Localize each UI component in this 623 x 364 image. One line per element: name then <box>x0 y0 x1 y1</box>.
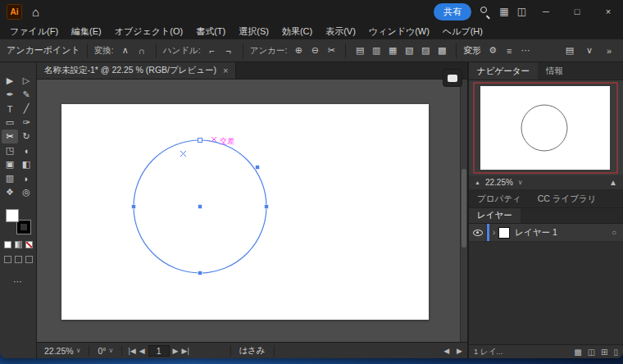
options-more-icon[interactable]: ⋯ <box>518 43 533 58</box>
home-icon[interactable]: ⌂ <box>32 6 39 18</box>
anchor-point-upper-right[interactable] <box>256 166 260 170</box>
menu-help[interactable]: ヘルプ(H) <box>436 25 489 38</box>
delete-layer-icon[interactable]: ▯ <box>613 348 618 357</box>
selected-path-overlay[interactable]: 交差 <box>37 80 467 342</box>
eyedropper-tool[interactable]: ◗ <box>18 171 34 185</box>
selection-tool[interactable]: ▶ <box>2 74 18 88</box>
anchor-point-top[interactable] <box>198 139 202 143</box>
close-button[interactable]: × <box>597 7 620 16</box>
zoom-in-icon[interactable]: ▲ <box>609 178 617 187</box>
add-anchor-icon[interactable]: ⊕ <box>291 43 306 58</box>
navigator-panel[interactable] <box>469 80 623 175</box>
shape-builder-tool[interactable]: ◧ <box>18 157 34 171</box>
zoom-out-icon[interactable]: ▲ <box>475 180 480 185</box>
curvature-tool[interactable]: ✎ <box>18 88 34 102</box>
edit-toolbar-icon[interactable]: ⋯ <box>13 276 23 287</box>
maximize-button[interactable]: □ <box>566 7 589 16</box>
options-menu-icon[interactable]: ≡ <box>502 43 516 58</box>
panel-list-icon[interactable]: ▤ <box>562 43 577 58</box>
search-icon[interactable] <box>480 6 491 17</box>
transform-label[interactable]: 変形 <box>463 44 481 57</box>
next-artboard-button[interactable]: ▶ <box>173 347 179 355</box>
overflow-chevrons-icon[interactable]: » <box>602 43 616 58</box>
anchor-point-right[interactable] <box>265 205 269 209</box>
scroll-right-icon[interactable]: ▶ <box>457 347 462 355</box>
layer-row[interactable]: › レイヤー 1 ○ <box>469 224 623 242</box>
menu-window[interactable]: ウィンドウ(W) <box>362 25 436 38</box>
align-right-icon[interactable]: ▦ <box>385 43 400 58</box>
anchor-point-left[interactable] <box>132 205 136 209</box>
handles-hide-icon[interactable]: ¬ <box>221 43 236 58</box>
rectangle-tool[interactable]: ▭ <box>2 116 18 130</box>
tab-properties[interactable]: プロパティ <box>469 190 530 207</box>
draw-behind-button[interactable] <box>15 256 22 263</box>
text-tool[interactable]: T <box>2 102 18 116</box>
new-layer-icon[interactable]: ⊞ <box>601 348 607 357</box>
tab-cc-libraries[interactable]: CC ライブラリ <box>530 190 605 207</box>
expand-chevron-icon[interactable]: › <box>489 228 498 237</box>
handles-show-icon[interactable]: ⌐ <box>205 43 220 58</box>
scissors-tool[interactable]: ✂ <box>2 130 18 143</box>
color-button[interactable] <box>4 241 11 248</box>
visibility-cell[interactable] <box>469 224 487 241</box>
prev-artboard-button[interactable]: ◀ <box>139 347 145 355</box>
last-artboard-button[interactable]: ▶| <box>182 347 189 355</box>
hand-tool[interactable]: ❖ <box>2 185 18 199</box>
artboard-number-field[interactable]: 1 <box>148 345 170 357</box>
share-button[interactable]: 共有 <box>434 3 471 20</box>
tab-navigator[interactable]: ナビゲーター <box>469 62 538 80</box>
panel-caret-icon[interactable]: ∨ <box>582 43 597 58</box>
pen-tool[interactable]: ✒ <box>2 88 18 102</box>
vertical-scrollbar[interactable] <box>460 80 467 342</box>
menu-effect[interactable]: 効果(C) <box>275 25 319 38</box>
zoom-select[interactable]: 22.25% ∨ <box>42 346 83 356</box>
workspace-switcher-icon[interactable]: ▦ <box>499 6 508 17</box>
first-artboard-button[interactable]: |◀ <box>128 347 135 355</box>
document-tab[interactable]: 名称未設定-1* @ 22.25 % (RGB/プレビュー) × <box>37 62 236 79</box>
new-sublayer-icon[interactable]: ◫ <box>588 348 595 357</box>
direct-selection-tool[interactable]: ▷ <box>18 74 34 88</box>
fill-swatch[interactable] <box>6 209 19 222</box>
align-middle-icon[interactable]: ▨ <box>418 43 433 58</box>
line-segment-tool[interactable]: ╱ <box>18 102 34 116</box>
options-gear-icon[interactable]: ⚙ <box>485 43 500 58</box>
scale-tool[interactable]: ◳ <box>2 143 18 157</box>
stroke-swatch[interactable] <box>17 221 30 234</box>
align-center-icon[interactable]: ▥ <box>369 43 384 58</box>
scroll-left-icon[interactable]: ◀ <box>443 347 449 355</box>
arrange-documents-icon[interactable]: ◫ <box>517 6 526 17</box>
tab-close-icon[interactable]: × <box>223 66 228 75</box>
menu-object[interactable]: オブジェクト(O) <box>108 25 189 38</box>
gradient-tool[interactable]: ▥ <box>2 171 18 185</box>
layer-thumbnail[interactable] <box>498 227 510 239</box>
menu-type[interactable]: 書式(T) <box>189 25 232 38</box>
tab-layers[interactable]: レイヤー <box>469 208 521 223</box>
comment-button[interactable] <box>443 69 462 87</box>
menu-edit[interactable]: 編集(E) <box>65 25 108 38</box>
free-transform-tool[interactable]: ▣ <box>2 157 18 171</box>
tab-info[interactable]: 情報 <box>538 62 571 80</box>
make-mask-icon[interactable]: ▩ <box>574 348 581 357</box>
menu-file[interactable]: ファイル(F) <box>3 25 65 38</box>
target-circle-icon[interactable]: ○ <box>612 228 616 237</box>
paintbrush-tool[interactable]: ✑ <box>18 116 34 130</box>
scrollbar-thumb[interactable] <box>462 169 466 248</box>
anchor-point-bottom[interactable] <box>198 271 202 275</box>
convert-smooth-icon[interactable]: ∩ <box>134 43 149 58</box>
gradient-button[interactable] <box>15 241 22 248</box>
center-point[interactable] <box>198 205 202 209</box>
convert-corner-icon[interactable]: ∧ <box>118 43 133 58</box>
menu-select[interactable]: 選択(S) <box>232 25 275 38</box>
align-left-icon[interactable]: ▤ <box>352 43 367 58</box>
zoom-tool[interactable]: ◎ <box>18 185 34 199</box>
width-tool[interactable]: ◖ <box>18 143 34 157</box>
align-bottom-icon[interactable]: ▩ <box>434 43 449 58</box>
cut-path-icon[interactable]: ✂ <box>324 43 339 58</box>
align-top-icon[interactable]: ▧ <box>402 43 416 58</box>
none-button[interactable] <box>25 241 33 248</box>
menu-view[interactable]: 表示(V) <box>319 25 362 38</box>
canvas[interactable]: 交差 <box>37 80 467 342</box>
draw-inside-button[interactable] <box>25 256 33 263</box>
minimize-button[interactable]: ─ <box>534 7 557 16</box>
rotation-select[interactable]: 0° ∨ <box>95 346 116 356</box>
